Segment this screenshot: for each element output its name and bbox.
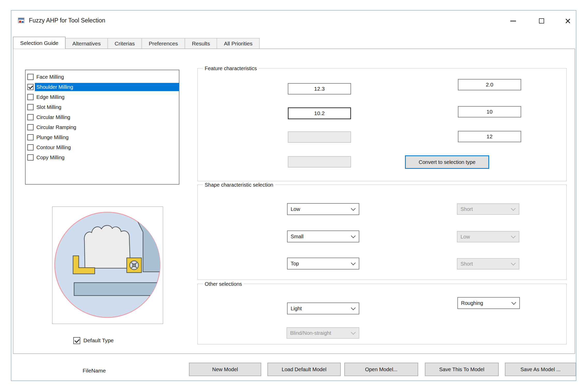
operation-item-shoulder-milling[interactable]: Shoulder Milling (26, 82, 179, 92)
operation-label: Edge Milling (35, 93, 179, 101)
chevron-down-icon (351, 206, 355, 211)
operation-checkbox[interactable] (27, 124, 34, 130)
average-width-input[interactable] (288, 83, 351, 94)
tab-selection-guide[interactable]: Selection Guide (13, 37, 66, 49)
maximize-icon (539, 18, 544, 23)
app-icon (18, 17, 25, 25)
operation-item-circular-milling[interactable]: Circular Milling (26, 112, 179, 122)
width-dropdown[interactable]: Small (287, 231, 359, 242)
maximize-button[interactable] (534, 14, 549, 28)
shoulder-milling-illustration (52, 207, 163, 324)
close-icon: × (565, 16, 571, 26)
depth-dropdown: Low (457, 231, 519, 242)
depth-value: Low (460, 234, 470, 240)
chevron-down-icon (351, 233, 355, 238)
workpiece-stability-dropdown[interactable]: Light (287, 303, 359, 314)
machining-operation-list[interactable]: Face Milling Shoulder Milling Edge Milli… (25, 70, 179, 185)
workpiece-stability-value: Light (291, 306, 302, 312)
weight-input[interactable] (458, 106, 521, 117)
chevron-down-icon (511, 234, 515, 238)
operation-label: Circular Ramping (35, 123, 179, 131)
chevron-down-icon (351, 330, 355, 335)
open-model-button[interactable]: Open Model... (344, 363, 418, 376)
default-type-checkbox[interactable]: Default Type (73, 337, 114, 344)
feature-quality-value: Roughing (461, 300, 483, 306)
operation-checkbox[interactable] (27, 104, 34, 110)
default-type-label: Default Type (83, 337, 114, 344)
operation-label: Slot Milling (35, 103, 179, 111)
length-value: Short (460, 261, 473, 267)
operation-label: Circular Milling (35, 113, 179, 121)
operation-detail-image (52, 207, 163, 324)
aspect-ratio-dropdown[interactable]: Low (287, 203, 359, 215)
operation-item-circular-ramping[interactable]: Circular Ramping (26, 122, 179, 132)
operation-item-contour-milling[interactable]: Contour Milling (26, 142, 179, 152)
other-selections-group: Other selections (197, 284, 567, 344)
checkbox-icon (73, 337, 80, 344)
aspect-ratio-value: Low (291, 206, 300, 212)
operation-item-slot-milling[interactable]: Slot Milling (26, 102, 179, 112)
operation-checkbox[interactable] (27, 144, 34, 150)
feature-characteristics-title: Feature characteristics (203, 65, 259, 72)
desktop: Fuzzy AHP for Tool Selection × Selection… (0, 0, 588, 389)
tab-preferences[interactable]: Preferences (141, 38, 185, 49)
feature-quality-dropdown[interactable]: Roughing (457, 297, 520, 309)
operation-item-face-milling[interactable]: Face Milling (26, 72, 179, 82)
new-model-button[interactable]: New Model (189, 363, 261, 376)
operation-label: Plunge Milling (35, 133, 179, 141)
close-button[interactable]: × (560, 14, 576, 28)
wall-thickness-input[interactable] (458, 79, 521, 90)
tab-bar: Selection Guide Alternatives Criterias P… (13, 37, 260, 49)
operation-label: Contour Milling (35, 143, 179, 152)
operation-item-edge-milling[interactable]: Edge Milling (26, 92, 179, 102)
app-window: Fuzzy AHP for Tool Selection × Selection… (11, 10, 576, 381)
tab-criterias[interactable]: Criterias (107, 38, 142, 49)
filename-label: FileName (83, 367, 106, 374)
side-value: Top (291, 261, 299, 267)
overhang-dropdown: Short (457, 203, 519, 215)
tab-results[interactable]: Results (185, 38, 217, 49)
operation-checkbox[interactable] (27, 94, 34, 100)
operation-checkbox[interactable] (27, 114, 34, 120)
side-dropdown[interactable]: Top (287, 258, 359, 269)
operation-checkbox[interactable] (27, 84, 34, 90)
other-selections-title: Other selections (203, 280, 244, 288)
operation-checkbox[interactable] (27, 154, 34, 161)
operation-checkbox[interactable] (27, 134, 34, 140)
save-as-model-button[interactable]: Save As Model ... (505, 363, 576, 376)
accuracy-level-input[interactable] (458, 131, 521, 142)
load-default-model-button[interactable]: Load Default Model (267, 363, 341, 376)
length-input (288, 156, 351, 168)
operation-item-plunge-milling[interactable]: Plunge Milling (26, 132, 179, 142)
shape-type-dropdown: Blind/Non-straight (287, 327, 359, 339)
length-dropdown: Short (457, 258, 519, 269)
depth-input[interactable] (288, 107, 351, 119)
shape-type-value: Blind/Non-straight (290, 330, 331, 336)
width-value: Small (291, 234, 304, 240)
tab-all-priorities[interactable]: All Priorities (217, 38, 260, 49)
operation-label: Shoulder Milling (35, 83, 179, 91)
minimize-button[interactable] (505, 14, 521, 28)
save-this-to-model-button[interactable]: Save This To Model (425, 363, 499, 376)
window-title: Fuzzy AHP for Tool Selection (29, 11, 105, 30)
convert-to-selection-type-button[interactable]: Convert to selection type (405, 155, 489, 169)
minimize-icon (510, 21, 516, 21)
title-bar[interactable]: Fuzzy AHP for Tool Selection × (11, 11, 576, 31)
chevron-down-icon (511, 206, 515, 211)
shape-characteristic-title: Shape characteristic selection (203, 181, 275, 188)
chevron-down-icon (351, 260, 355, 265)
chevron-down-icon (511, 300, 516, 305)
overhang-value: Short (460, 206, 473, 212)
operation-item-copy-milling[interactable]: Copy Milling (26, 152, 179, 162)
tab-alternatives[interactable]: Alternatives (65, 38, 108, 49)
chevron-down-icon (351, 305, 355, 310)
operation-checkbox[interactable] (27, 74, 34, 80)
overhang-input (288, 131, 351, 143)
chevron-down-icon (511, 261, 515, 265)
operation-label: Copy Milling (35, 153, 179, 162)
operation-label: Face Milling (35, 73, 179, 81)
